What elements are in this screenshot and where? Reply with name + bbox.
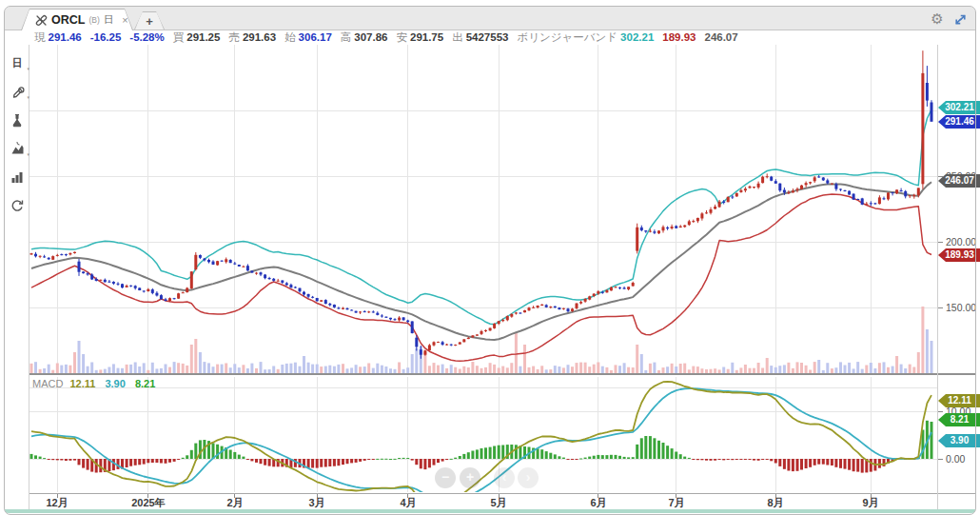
zoom-in-button[interactable]: + [460, 467, 480, 488]
chevron-down-icon: ▾ [27, 151, 29, 157]
tab-symbol: ORCL [51, 13, 85, 27]
chart-type-button[interactable]: ▾ [7, 138, 28, 159]
interval-select-button[interactable]: 日 ▾ [7, 52, 28, 73]
expand-icon[interactable] [953, 12, 968, 27]
x-axis-label: 5月 [465, 496, 532, 510]
tab-close-button[interactable]: × [122, 14, 127, 26]
interval-label: 日 [12, 56, 23, 70]
price-axis-label: 250.00 [946, 170, 980, 182]
quote-info-bar: 現291.46-16.25-5.28%買291.25売291.63始306.17… [5, 30, 975, 45]
quote-field: 高307.86 [341, 30, 388, 45]
window-frame [4, 6, 976, 515]
price-tag: 189.93 [938, 248, 980, 262]
unlink-icon [35, 14, 48, 27]
price-axis-label: 200.00 [946, 236, 980, 248]
price-axis-label: 150.00 [946, 302, 980, 313]
x-axis-label: 9月 [837, 496, 904, 510]
price-tag: 291.46 [938, 115, 980, 129]
macd-axis-label: 10.00 [946, 406, 980, 417]
quote-field: 出5427553 [452, 30, 508, 45]
flask-icon [10, 113, 24, 128]
chevron-down-icon: ▾ [27, 94, 29, 100]
volume-studies-button[interactable] [7, 167, 28, 188]
x-axis-label: 2月 [202, 496, 268, 510]
quote-field: 売291.63 [228, 30, 276, 45]
quote-field: 246.07 [704, 31, 737, 43]
refresh-icon [10, 199, 24, 212]
x-axis-label: 4月 [375, 496, 441, 510]
axis-labels-layer: 250.00200.00150.0010.000.00302.21291.462… [0, 0, 980, 515]
chart-canvas [0, 0, 980, 515]
quote-field: 始306.17 [284, 30, 332, 45]
x-axis-label: 3月 [284, 496, 350, 510]
pencil-icon [10, 85, 25, 99]
x-axis-label: 12月 [24, 496, 90, 510]
macd-tag: 12.11 [938, 394, 980, 407]
zoom-out-button[interactable]: − [435, 467, 456, 488]
x-axis-label: 7月 [643, 496, 710, 510]
settings-gear-icon[interactable]: ⚙ [929, 10, 946, 28]
x-axis-label: 8月 [742, 496, 809, 510]
indicators-button[interactable] [7, 109, 28, 130]
quote-field: -5.28% [129, 31, 164, 43]
window-bottom-accent [5, 509, 975, 513]
quote-field: -16.25 [90, 31, 122, 43]
quote-field: 安291.75 [396, 30, 443, 45]
price-tag: 302.21 [938, 101, 980, 114]
area-chart-icon [10, 142, 25, 155]
toolbar-sidebar: 日 ▾ ▾ ▾ [5, 45, 29, 510]
scroll-right-button[interactable]: › [518, 467, 539, 488]
macd-header: MACD 12.11 3.90 8.21 [32, 378, 162, 389]
macd-tag: 3.90 [938, 434, 980, 447]
quote-field: 買291.25 [173, 30, 221, 45]
refresh-button[interactable] [7, 195, 28, 216]
x-axis-label: 6月 [565, 496, 632, 510]
macd-histogram-value: 8.21 [135, 378, 155, 389]
macd-label: MACD [32, 378, 63, 389]
quote-field: ボリンジャーバンド302.21 [517, 30, 654, 45]
bar-chart-icon [10, 170, 24, 184]
tab-interval: 日 [104, 13, 114, 27]
chevron-down-icon: ▾ [27, 66, 29, 71]
quote-field: 現291.46 [34, 30, 82, 45]
tab-badge: (B) [88, 15, 99, 25]
price-tag: 246.07 [938, 174, 980, 188]
draw-tools-button[interactable]: ▾ [7, 81, 28, 102]
scroll-left-button[interactable]: ‹ [494, 467, 515, 488]
macd-tag: 8.21 [938, 413, 980, 426]
quote-field: 189.93 [662, 31, 696, 43]
macd-value: 12.11 [69, 378, 95, 389]
x-axis-label: 2025年 [115, 496, 182, 510]
macd-signal-value: 3.90 [105, 378, 125, 389]
tab-orcl[interactable]: ORCL (B) 日 × [21, 9, 133, 30]
macd-axis-label: 0.00 [946, 453, 980, 465]
